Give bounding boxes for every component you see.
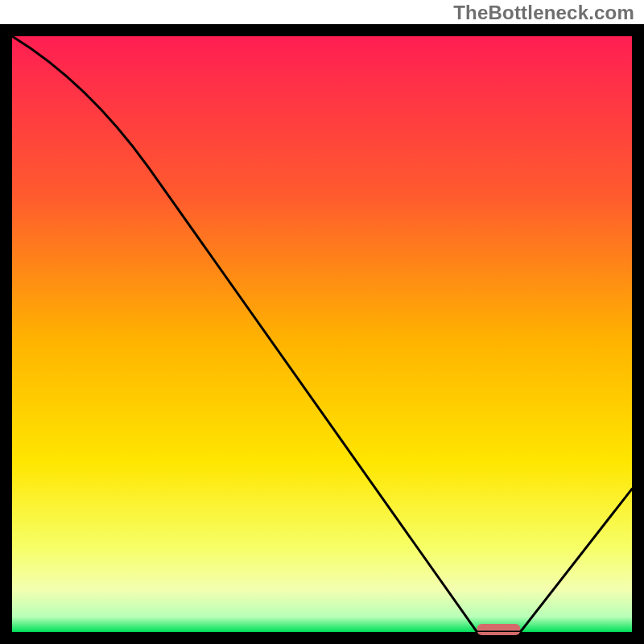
svg-rect-2	[632, 24, 644, 644]
watermark-text: TheBottleneck.com	[453, 2, 634, 24]
svg-rect-3	[0, 632, 644, 644]
svg-rect-1	[0, 24, 12, 644]
svg-rect-4	[0, 24, 644, 36]
bottleneck-chart: TheBottleneck.com	[0, 0, 644, 644]
chart-svg	[0, 0, 644, 644]
optimal-range-marker	[477, 624, 521, 635]
